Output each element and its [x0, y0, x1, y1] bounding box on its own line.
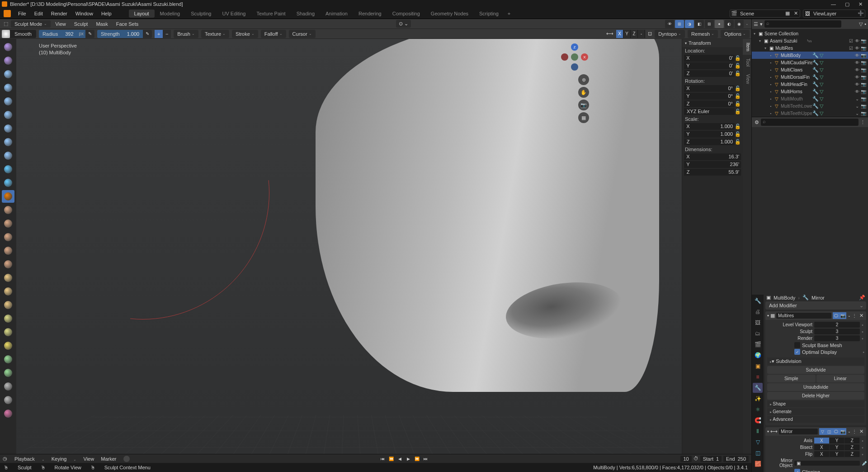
- direction-sub[interactable]: −: [163, 30, 171, 38]
- gizmo-center[interactable]: [571, 53, 578, 61]
- mirror-name-field[interactable]: Mirror: [779, 429, 818, 434]
- clipping-checkbox[interactable]: ✓: [794, 469, 800, 472]
- preview-range-icon[interactable]: ⏱: [693, 456, 698, 462]
- menu-window[interactable]: Window: [72, 10, 97, 18]
- scene-name-input[interactable]: [738, 11, 783, 16]
- shape-section[interactable]: Shape: [767, 400, 864, 407]
- sculpt-tool-15[interactable]: [2, 244, 14, 257]
- direction-add[interactable]: +: [155, 30, 163, 38]
- sculpt-base-mesh-checkbox[interactable]: [794, 342, 800, 348]
- outliner-item-multiheadfin[interactable]: •▽MultiHeadFin🔧▽👁📷: [752, 81, 868, 88]
- rot-y[interactable]: 0°: [692, 93, 735, 100]
- outliner-item-asami suzuki[interactable]: ▾▣Asami Suzuki¹₁₁☑👁📷: [752, 37, 868, 44]
- mirror-axes[interactable]: X Y Z -: [616, 30, 645, 38]
- outliner-item-multires[interactable]: ▾▣MultiRes☑👁📷: [752, 44, 868, 52]
- sculpt-tool-24[interactable]: [2, 367, 14, 379]
- falloff-dropdown[interactable]: Falloff⌄: [261, 30, 286, 38]
- workspace-tab-sculpting[interactable]: Sculpting: [185, 10, 217, 18]
- mirror-axis-seg[interactable]: XYZ: [814, 438, 860, 443]
- tl-view[interactable]: View: [81, 456, 97, 462]
- mod-realtime-toggle[interactable]: 🖵: [833, 312, 840, 319]
- outliner-filter-icon[interactable]: ▽: [859, 21, 863, 27]
- prop-tab-6[interactable]: ▣: [753, 361, 763, 371]
- linear-button[interactable]: Linear: [816, 375, 865, 382]
- mod-extras-icon[interactable]: ⌄: [848, 429, 851, 434]
- mirror-flip-seg[interactable]: XYZ: [814, 451, 860, 457]
- mod-menu-icon[interactable]: ⋮: [852, 313, 857, 318]
- camera-button[interactable]: 📷: [578, 100, 589, 110]
- texture-dropdown[interactable]: Texture⌄: [201, 30, 229, 38]
- viewlayer-selector[interactable]: 🖼 ➕: [803, 10, 865, 18]
- sculpt-tool-16[interactable]: [2, 258, 14, 271]
- scene-collection[interactable]: ▾▣Scene Collection: [752, 30, 868, 37]
- workspace-tab-layout[interactable]: Layout: [129, 10, 155, 18]
- prop-tab-14[interactable]: ◫: [753, 448, 763, 458]
- mod-extras-icon[interactable]: ⌄: [848, 314, 851, 318]
- mirror-extra[interactable]: -: [638, 30, 645, 38]
- remesh-dropdown[interactable]: Remesh⌄: [688, 30, 718, 38]
- prop-tab-12[interactable]: Ⅱ: [753, 426, 763, 436]
- mod-render-toggle[interactable]: 📷: [840, 312, 846, 319]
- sculpt-tool-19[interactable]: [2, 299, 14, 311]
- sculpt-tool-1[interactable]: [2, 54, 14, 67]
- workspace-tab-shading[interactable]: Shading: [291, 10, 320, 18]
- lock-icon[interactable]: 🔓: [735, 55, 741, 61]
- editor-type-icon[interactable]: ⬚: [2, 21, 10, 27]
- maximize-button[interactable]: ▢: [845, 1, 849, 7]
- lock-icon[interactable]: ⊡: [648, 31, 652, 37]
- outliner-item-multidorsalfin[interactable]: •▽MultiDorsalFin🔧▽👁📷: [752, 73, 868, 81]
- sculpt-tool-3[interactable]: [2, 81, 14, 94]
- prop-tab-2[interactable]: 🖼: [753, 318, 763, 328]
- outliner-item-multicaudalfins[interactable]: •▽MultiCaudalFins🔧▽👁📷: [752, 59, 868, 66]
- outliner-item-multibody[interactable]: •▽MultiBody🔧▽👁📷: [752, 52, 868, 59]
- rot-mode[interactable]: XYZ Euler: [684, 108, 735, 115]
- radius-pressure-icon[interactable]: ✎: [85, 30, 94, 38]
- perspective-button[interactable]: ▦: [578, 112, 589, 123]
- dim-x[interactable]: 16.3': [692, 153, 741, 160]
- prop-tab-9[interactable]: ✨: [753, 394, 763, 404]
- level-viewport-value[interactable]: 2: [814, 322, 860, 328]
- properties-options-icon[interactable]: ⋮: [860, 119, 865, 125]
- ntab-item[interactable]: Item: [743, 39, 751, 55]
- outliner-new-collection-icon[interactable]: •: [864, 21, 866, 27]
- shading-rendered-icon[interactable]: ◉: [735, 20, 744, 28]
- brush-selector[interactable]: Smooth: [2, 30, 36, 38]
- scale-z[interactable]: 1.000: [692, 138, 735, 145]
- properties-search[interactable]: [761, 119, 859, 126]
- menu-view[interactable]: View: [52, 20, 70, 28]
- sculpt-tool-9[interactable]: [2, 163, 14, 176]
- shading-solid-icon[interactable]: ●: [715, 20, 724, 28]
- sculpt-tool-2[interactable]: [2, 68, 14, 81]
- mirror-bisect-seg[interactable]: XYZ: [814, 444, 860, 450]
- visibility-icon[interactable]: 👁: [665, 20, 674, 28]
- workspace-tab-geometry-nodes[interactable]: Geometry Nodes: [425, 10, 474, 18]
- scene-selector[interactable]: 🎬 ▦ ✕: [730, 10, 800, 18]
- dim-y[interactable]: 236': [692, 161, 741, 168]
- generate-section[interactable]: Generate: [767, 408, 864, 415]
- strength-pressure-icon[interactable]: ✎: [143, 30, 152, 38]
- delete-higher-button[interactable]: Delete Higher: [767, 392, 864, 400]
- outliner-item-multiclaws[interactable]: •▽MultiClaws🔧▽👁📷: [752, 66, 868, 73]
- menu-file[interactable]: File: [14, 10, 30, 18]
- sculpt-tool-5[interactable]: [2, 109, 14, 121]
- jump-start[interactable]: ⏮: [379, 456, 387, 462]
- mirror-object-field[interactable]: ▣: [794, 461, 860, 466]
- collapse-icon[interactable]: ▾: [767, 429, 769, 434]
- add-modifier-dropdown[interactable]: Add Modifier: [765, 301, 866, 310]
- prop-tab-4[interactable]: 🎬: [753, 339, 763, 349]
- zoom-button[interactable]: ⊕: [578, 74, 589, 85]
- tl-marker[interactable]: Marker: [98, 456, 119, 462]
- prop-tab-15[interactable]: 🧱: [753, 459, 763, 469]
- scale-y[interactable]: 1.000: [692, 131, 735, 138]
- autokey-icon[interactable]: [123, 456, 130, 462]
- ntab-view[interactable]: View: [743, 71, 751, 88]
- outliner-item-multiteethupper[interactable]: •▽MultiTeethUpper🔧▽⌄📷: [752, 110, 868, 117]
- mod-delete-icon[interactable]: ✕: [858, 429, 864, 434]
- workspace-tab-uv-editing[interactable]: UV Editing: [217, 10, 251, 18]
- outliner-item-multimouth[interactable]: •▽MultiMouth🔧▽⌄📷: [752, 95, 868, 102]
- mirror-y[interactable]: Y: [623, 30, 631, 38]
- sculpt-tool-7[interactable]: [2, 136, 14, 148]
- tl-playback[interactable]: Playback: [12, 456, 38, 462]
- level-sculpt-value[interactable]: 3: [814, 329, 860, 334]
- prop-tab-10[interactable]: ⚛: [753, 405, 763, 415]
